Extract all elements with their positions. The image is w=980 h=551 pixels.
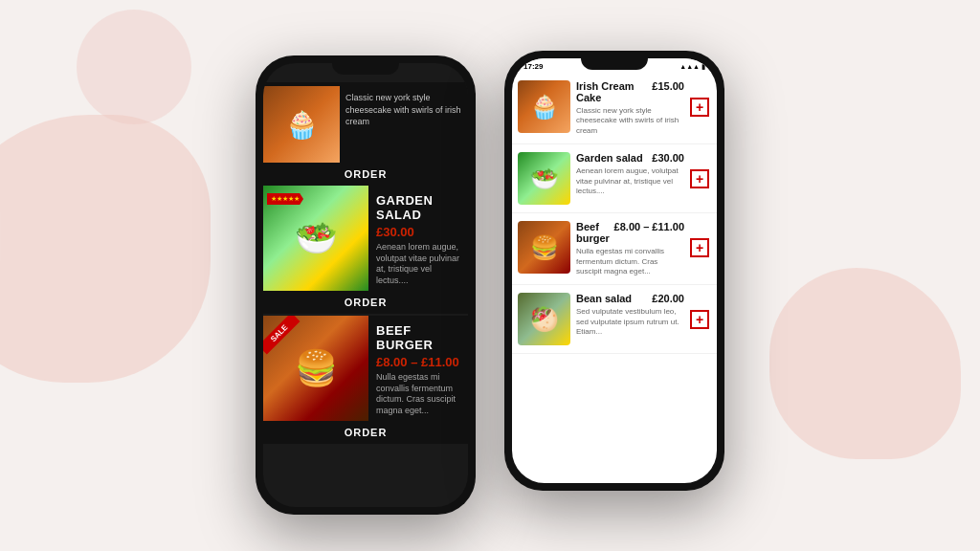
- beef-burger-order-button[interactable]: ORDER: [263, 421, 468, 444]
- bean-salad-list-item: Bean salad £20.00 Sed vulputate vestibul…: [512, 285, 717, 354]
- beef-burger-list-item: Beef burger £8.00 – £11.00 Nulla egestas…: [512, 213, 717, 285]
- irish-cream-cake-add-button[interactable]: +: [690, 98, 709, 117]
- right-phone-notch: [581, 51, 648, 70]
- right-screen-content: 17:29 ▲▲▲ ▮ Irish Cream Cake £15.00 Cl: [512, 58, 717, 483]
- beef-burger-description: Nulla egestas mi convallis fermentum dic…: [376, 372, 460, 417]
- garden-salad-price: £30.00: [376, 225, 460, 239]
- bean-salad-list-header: Bean salad £20.00: [576, 293, 684, 304]
- phones-container: Classic new york style cheesecake with s…: [0, 0, 980, 551]
- bean-salad-list-price: £20.00: [652, 293, 684, 304]
- garden-salad-description: Aenean lorem augue, volutpat vitae pulvi…: [376, 242, 460, 287]
- status-time: 17:29: [523, 62, 543, 71]
- stars-badge: ★★★★★: [267, 193, 303, 205]
- bean-salad-list-name: Bean salad: [576, 293, 632, 304]
- sale-badge: [263, 316, 311, 364]
- top-card-image: [263, 86, 340, 163]
- garden-salad-list-price: £30.00: [652, 152, 684, 164]
- garden-salad-inner: ★★★★★ GARDEN SALAD £30.00 Aenean lorem a…: [263, 186, 468, 291]
- beef-burger-list-header: Beef burger £8.00 – £11.00: [576, 221, 684, 244]
- right-phone: 17:29 ▲▲▲ ▮ Irish Cream Cake £15.00 Cl: [504, 51, 724, 491]
- garden-salad-card: ★★★★★ GARDEN SALAD £30.00 Aenean lorem a…: [263, 186, 468, 314]
- top-card-text: Classic new york style cheesecake with s…: [340, 86, 468, 163]
- irish-cream-cake-name: Irish Cream Cake: [576, 80, 648, 103]
- left-phone-screen: Classic new york style cheesecake with s…: [263, 63, 468, 507]
- beef-burger-title: BEEF BURGER: [376, 323, 460, 352]
- beef-burger-add-button[interactable]: +: [690, 238, 709, 257]
- signal-icon: ▲▲▲: [679, 63, 700, 70]
- beef-burger-list-description: Nulla egestas mi convallis fermentum dic…: [576, 247, 684, 276]
- right-phone-screen: 17:29 ▲▲▲ ▮ Irish Cream Cake £15.00 Cl: [512, 58, 717, 483]
- irish-cream-cake-image: [518, 80, 570, 133]
- beef-burger-inner: BEEF BURGER £8.00 – £11.00 Nulla egestas…: [263, 316, 468, 421]
- irish-cream-cake-header: Irish Cream Cake £15.00: [576, 80, 684, 103]
- garden-salad-list-description: Aenean lorem augue, volutpat vitae pulvi…: [576, 166, 684, 196]
- top-card: Classic new york style cheesecake with s…: [263, 82, 468, 163]
- beef-burger-list-image: [518, 221, 570, 274]
- status-icons: ▲▲▲ ▮: [679, 63, 705, 71]
- beef-burger-text: BEEF BURGER £8.00 – £11.00 Nulla egestas…: [368, 316, 468, 421]
- garden-salad-title: GARDEN SALAD: [376, 193, 460, 222]
- irish-cream-cake-description: Classic new york style cheesecake with s…: [576, 106, 684, 136]
- top-card-order-button[interactable]: ORDER: [263, 163, 468, 186]
- garden-salad-list-name: Garden salad: [576, 152, 643, 164]
- bean-salad-list-image: [518, 293, 570, 345]
- left-screen-content: Classic new york style cheesecake with s…: [263, 63, 468, 507]
- battery-icon: ▮: [702, 63, 705, 71]
- garden-salad-list-header: Garden salad £30.00: [576, 152, 684, 164]
- left-phone: Classic new york style cheesecake with s…: [256, 55, 476, 515]
- bean-salad-list-description: Sed vulputate vestibulum leo, sed vulput…: [576, 307, 684, 337]
- beef-burger-list-info: Beef burger £8.00 – £11.00 Nulla egestas…: [576, 221, 684, 276]
- left-phone-notch: [332, 55, 399, 75]
- beef-burger-list-price: £8.00 – £11.00: [614, 221, 684, 232]
- garden-salad-list-item: Garden salad £30.00 Aenean lorem augue, …: [512, 144, 717, 213]
- beef-burger-card: BEEF BURGER £8.00 – £11.00 Nulla egestas…: [263, 316, 468, 444]
- bean-salad-add-button[interactable]: +: [690, 310, 709, 329]
- garden-salad-order-button[interactable]: ORDER: [263, 291, 468, 314]
- bean-salad-list-info: Bean salad £20.00 Sed vulputate vestibul…: [576, 293, 684, 337]
- beef-burger-price: £8.00 – £11.00: [376, 355, 460, 369]
- irish-cream-cake-price: £15.00: [652, 80, 684, 92]
- garden-salad-list-image: [518, 152, 570, 205]
- irish-cream-cake-item: Irish Cream Cake £15.00 Classic new york…: [512, 73, 717, 144]
- garden-salad-list-info: Garden salad £30.00 Aenean lorem augue, …: [576, 152, 684, 196]
- irish-cream-cake-info: Irish Cream Cake £15.00 Classic new york…: [576, 80, 684, 136]
- beef-burger-list-name: Beef burger: [576, 221, 611, 244]
- garden-salad-add-button[interactable]: +: [690, 169, 709, 188]
- garden-salad-text: GARDEN SALAD £30.00 Aenean lorem augue, …: [368, 186, 468, 291]
